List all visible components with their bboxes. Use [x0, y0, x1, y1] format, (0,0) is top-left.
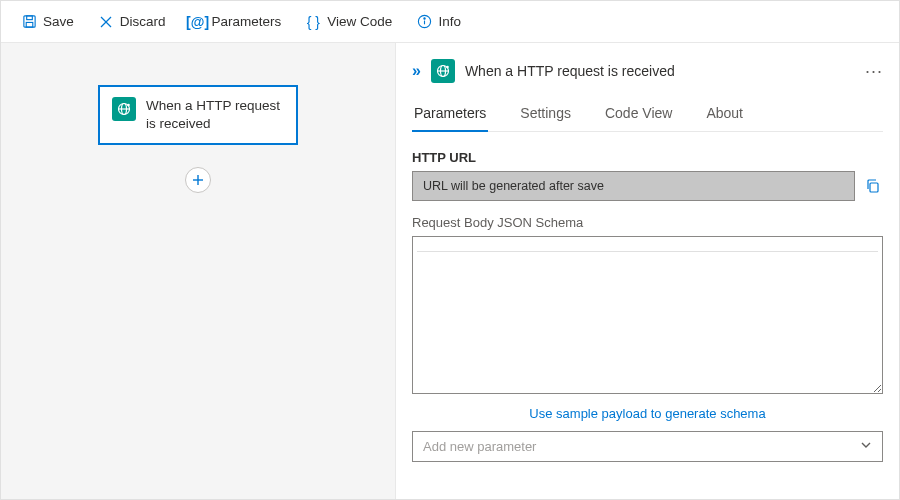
- collapse-panel-button[interactable]: »: [412, 62, 421, 80]
- tab-about[interactable]: About: [704, 97, 745, 131]
- svg-rect-18: [870, 183, 878, 192]
- add-parameter-select[interactable]: Add new parameter: [412, 431, 883, 462]
- save-button[interactable]: Save: [11, 8, 84, 36]
- schema-divider: [417, 251, 878, 252]
- http-url-row: URL will be generated after save: [412, 171, 883, 201]
- schema-label: Request Body JSON Schema: [412, 215, 883, 230]
- panel-header: » When a HTTP request is received ···: [412, 55, 883, 87]
- svg-rect-2: [26, 22, 33, 27]
- copy-icon: [865, 178, 881, 194]
- trigger-node-label: When a HTTP request is received: [146, 97, 284, 133]
- details-panel: » When a HTTP request is received ··· Pa…: [396, 43, 899, 499]
- at-icon: [@]: [190, 14, 206, 30]
- tab-code-view[interactable]: Code View: [603, 97, 674, 131]
- view-code-button[interactable]: { } View Code: [295, 8, 402, 36]
- main-area: When a HTTP request is received » When a…: [1, 43, 899, 499]
- panel-title: When a HTTP request is received: [465, 63, 855, 79]
- http-url-label: HTTP URL: [412, 150, 883, 165]
- copy-url-button[interactable]: [863, 176, 883, 196]
- add-parameter-placeholder: Add new parameter: [423, 439, 536, 454]
- tab-parameters[interactable]: Parameters: [412, 97, 488, 131]
- info-label: Info: [438, 14, 461, 29]
- top-toolbar: Save Discard [@] Parameters { } View Cod…: [1, 1, 899, 43]
- svg-point-7: [424, 18, 425, 19]
- panel-tabs: Parameters Settings Code View About: [412, 97, 883, 132]
- braces-icon: { }: [305, 14, 321, 30]
- svg-point-11: [127, 104, 130, 107]
- chevron-down-icon: [860, 439, 872, 454]
- save-icon: [21, 14, 37, 30]
- http-request-icon: [431, 59, 455, 83]
- info-icon: [416, 14, 432, 30]
- http-url-value: URL will be generated after save: [412, 171, 855, 201]
- discard-label: Discard: [120, 14, 166, 29]
- parameters-button[interactable]: [@] Parameters: [180, 8, 292, 36]
- svg-rect-0: [23, 16, 34, 27]
- ellipsis-icon: ···: [865, 61, 883, 81]
- http-request-icon: [112, 97, 136, 121]
- schema-input-wrapper: [412, 236, 883, 394]
- trigger-node[interactable]: When a HTTP request is received: [98, 85, 298, 145]
- tab-settings[interactable]: Settings: [518, 97, 573, 131]
- svg-point-17: [446, 66, 449, 69]
- schema-input[interactable]: [413, 237, 882, 393]
- close-icon: [98, 14, 114, 30]
- svg-rect-1: [26, 16, 32, 20]
- more-options-button[interactable]: ···: [865, 61, 883, 82]
- designer-canvas: When a HTTP request is received: [1, 43, 396, 499]
- info-button[interactable]: Info: [406, 8, 471, 36]
- chevron-right-double-icon: »: [412, 62, 421, 79]
- add-step-button[interactable]: [185, 167, 211, 193]
- view-code-label: View Code: [327, 14, 392, 29]
- save-label: Save: [43, 14, 74, 29]
- parameters-label: Parameters: [212, 14, 282, 29]
- discard-button[interactable]: Discard: [88, 8, 176, 36]
- use-sample-payload-link[interactable]: Use sample payload to generate schema: [412, 406, 883, 421]
